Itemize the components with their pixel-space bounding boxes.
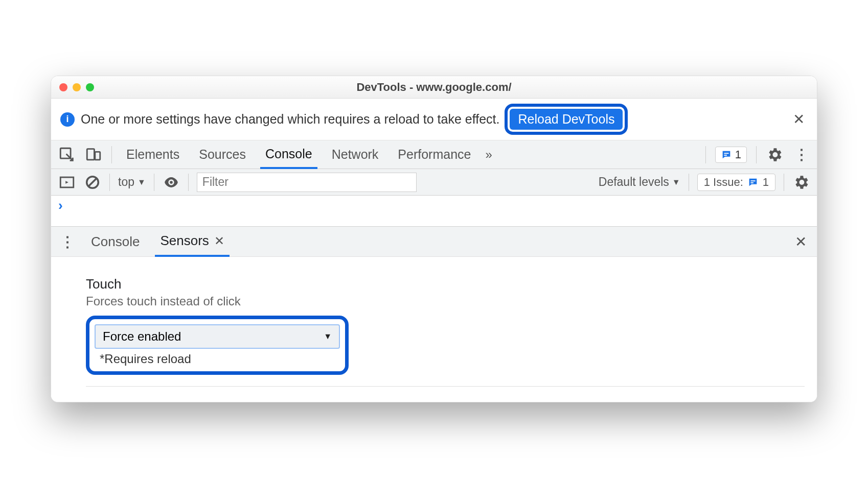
reload-devtools-button[interactable]: Reload DevTools [510,109,623,130]
tab-elements[interactable]: Elements [121,140,185,169]
context-value: top [118,175,134,189]
log-levels-selector[interactable]: Default levels ▼ [599,175,680,189]
svg-line-7 [89,178,96,185]
chat-icon [721,149,732,160]
issues-count: 1 [763,176,769,189]
window-title: DevTools - www.google.com/ [51,81,817,94]
levels-label: Default levels [599,175,669,189]
sensors-panel: Touch Forces touch instead of click Forc… [51,256,817,402]
requires-reload-note: *Requires reload [100,352,340,366]
close-tab-icon[interactable]: ✕ [214,234,224,248]
reload-infobar: i One or more settings have changed whic… [51,99,817,140]
console-toolbar: top ▼ Default levels ▼ 1 Issue: 1 [51,169,817,196]
devtools-window: DevTools - www.google.com/ i One or more… [51,76,817,402]
issues-badge[interactable]: 1 Issue: 1 [697,174,775,191]
svg-rect-2 [95,152,100,160]
live-expression-icon[interactable] [163,174,180,191]
tab-performance[interactable]: Performance [393,140,476,169]
drawer-tab-sensors[interactable]: Sensors ✕ [155,227,229,257]
svg-rect-4 [724,155,727,156]
touch-section-label: Touch [86,276,805,292]
caret-down-icon: ▼ [324,332,332,341]
chat-icon [747,177,759,188]
messages-count: 1 [735,148,741,161]
caret-down-icon: ▼ [672,178,680,187]
svg-rect-9 [750,180,755,181]
svg-rect-10 [750,182,753,183]
more-tabs-icon[interactable]: » [485,148,492,162]
touch-select[interactable]: Force enabled ▼ [95,324,340,349]
drawer-more-icon[interactable]: ⋮ [58,233,76,250]
drawer-close-button[interactable]: ✕ [792,233,810,250]
touch-select-highlight: Force enabled ▼ *Requires reload [86,316,349,375]
inspect-icon[interactable] [58,146,76,163]
touch-select-value: Force enabled [103,329,181,344]
caret-down-icon: ▼ [138,178,146,187]
console-sidebar-toggle-icon[interactable] [58,174,76,191]
svg-rect-1 [87,149,94,159]
titlebar: DevTools - www.google.com/ [51,76,817,99]
svg-rect-3 [724,153,728,154]
tab-network[interactable]: Network [327,140,384,169]
main-tabbar: Elements Sources Console Network Perform… [51,140,817,169]
svg-point-8 [170,181,173,184]
console-settings-gear-icon[interactable] [792,174,810,191]
drawer-tab-console[interactable]: Console [86,227,145,256]
console-output[interactable]: › [51,196,817,226]
filter-input[interactable] [197,173,417,192]
prompt-caret-icon: › [58,198,63,213]
touch-section-sublabel: Forces touch instead of click [86,294,805,308]
tab-console[interactable]: Console [260,141,317,169]
info-icon: i [60,112,75,127]
reload-button-highlight: Reload DevTools [505,104,628,135]
drawer-tab-label: Sensors [160,233,209,249]
tab-sources[interactable]: Sources [194,140,251,169]
clear-console-icon[interactable] [84,174,101,191]
context-selector[interactable]: top ▼ [118,175,146,189]
messages-badge[interactable]: 1 [715,147,747,163]
issues-label: 1 Issue: [704,176,743,189]
settings-gear-icon[interactable] [766,146,783,163]
drawer: ⋮ Console Sensors ✕ ✕ Touch Forces touch… [51,226,817,402]
drawer-tabbar: ⋮ Console Sensors ✕ ✕ [51,227,817,256]
more-menu-icon[interactable]: ⋮ [792,146,810,163]
device-toggle-icon[interactable] [85,146,102,163]
divider [86,386,805,387]
infobar-close-button[interactable]: ✕ [790,111,808,128]
infobar-message: One or more settings have changed which … [81,112,499,127]
